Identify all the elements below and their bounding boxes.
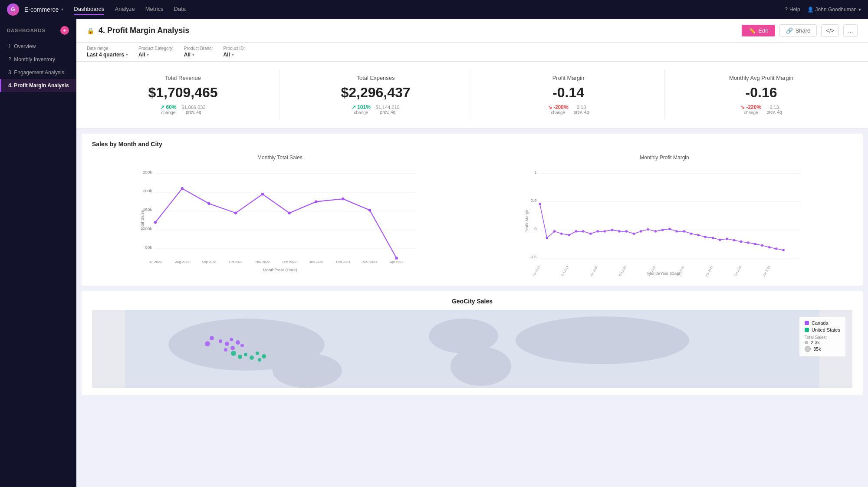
svg-point-95 <box>225 342 229 346</box>
metric-avg-prev-value: 0.13 <box>766 105 782 110</box>
size-small-circle <box>805 341 808 344</box>
nav-dashboards[interactable]: Dashboards <box>74 4 104 15</box>
more-button[interactable]: ... <box>843 24 858 37</box>
share-button[interactable]: 🔗 Share <box>779 24 817 37</box>
filter-bar: Date range Last 4 quarters ▾ Product Cat… <box>76 43 868 62</box>
svg-point-46 <box>575 230 577 232</box>
edit-button[interactable]: ✏️ Edit <box>742 25 775 36</box>
svg-text:Aug 2022: Aug 2022 <box>175 260 189 264</box>
nav-analyze[interactable]: Analyze <box>115 4 135 15</box>
svg-point-75 <box>782 249 784 251</box>
metric-expenses-change-group: 101% change <box>352 104 371 115</box>
svg-point-97 <box>236 340 240 345</box>
brand-caret-icon: ▾ <box>192 53 194 57</box>
metrics-row: Total Revenue $1,709,465 60% change $1,0… <box>76 62 868 128</box>
svg-point-93 <box>219 339 222 343</box>
edit-icon: ✏️ <box>749 27 756 34</box>
svg-point-90 <box>450 347 511 386</box>
svg-point-15 <box>261 193 264 196</box>
svg-text:Oct 2022: Oct 2022 <box>229 260 243 264</box>
svg-point-54 <box>633 233 635 235</box>
page-title-row: 🔒 4. Profit Margin Analysis <box>87 26 189 35</box>
app-dropdown-icon[interactable]: ▾ <box>61 7 63 12</box>
size-large-circle <box>805 346 811 352</box>
sidebar-item-overview[interactable]: 1. Overview <box>0 40 76 53</box>
sidebar-item-engagement[interactable]: 3. Engagement Analysis <box>0 66 76 79</box>
nav-items: Dashboards Analyze Metrics Data <box>74 4 785 15</box>
svg-point-66 <box>719 239 721 241</box>
svg-point-41 <box>539 203 541 205</box>
svg-point-72 <box>761 244 763 247</box>
top-nav: G E-commerce ▾ Dashboards Analyze Metric… <box>0 0 868 19</box>
svg-text:Apr 2019: Apr 2019 <box>532 265 541 277</box>
share-icon: 🔗 <box>786 27 793 34</box>
map-size-small: 2.3k <box>805 340 840 345</box>
svg-point-56 <box>647 228 649 230</box>
filter-brand-value[interactable]: All ▾ <box>184 52 213 58</box>
filter-category-value[interactable]: All ▾ <box>138 52 174 58</box>
page-title: 4. Profit Margin Analysis <box>99 26 189 35</box>
metric-total-revenue: Total Revenue $1,709,465 60% change $1,0… <box>87 70 279 119</box>
svg-point-55 <box>640 230 642 232</box>
filter-product-category: Product Category: All ▾ <box>138 46 174 58</box>
metric-expenses-change: 101% <box>352 104 371 110</box>
nav-user[interactable]: 👤 John Goodhuman ▾ <box>807 7 861 13</box>
svg-point-18 <box>342 197 345 201</box>
svg-point-65 <box>712 237 714 239</box>
map-area: Canada United States Total Sales: 2.3k 3… <box>92 310 852 388</box>
nav-data[interactable]: Data <box>174 4 186 15</box>
sidebar-item-profit-margin[interactable]: 4. Profit Margin Analysis <box>0 79 76 92</box>
map-section: GeoCity Sales <box>82 291 863 395</box>
lock-icon: 🔒 <box>87 27 94 34</box>
legend-us: United States <box>805 327 840 332</box>
filter-product-id: Product ID: All ▾ <box>223 46 245 58</box>
svg-point-69 <box>740 240 742 243</box>
metric-expenses-prev-label: prev. 4q <box>376 110 400 115</box>
map-size-large: 35k <box>805 346 840 352</box>
svg-point-53 <box>625 230 628 232</box>
canada-legend-label: Canada <box>812 320 829 326</box>
svg-point-47 <box>582 230 584 232</box>
svg-point-96 <box>230 338 233 341</box>
svg-text:Apr 2020: Apr 2020 <box>590 265 598 277</box>
sidebar-add-button[interactable]: + <box>60 26 69 35</box>
code-button[interactable]: </> <box>821 24 839 37</box>
svg-text:Profit Margin: Profit Margin <box>524 208 529 232</box>
metric-avg-value: -0.16 <box>674 85 849 101</box>
metric-avg-prev-label: prev. 4q <box>766 110 782 115</box>
world-map-svg <box>92 310 852 388</box>
svg-point-68 <box>733 239 735 241</box>
sidebar-item-monthly-inventory[interactable]: 2. Monthly Inventory <box>0 53 76 66</box>
main-layout: DASHBOARDS + 1. Overview 2. Monthly Inve… <box>0 19 868 487</box>
svg-point-67 <box>726 238 728 240</box>
metric-monthly-avg: Monthly Avg Profit Margin -0.16 -220% ch… <box>665 70 858 119</box>
filter-brand-label: Product Brand: <box>184 46 213 51</box>
metric-revenue-change: 60% <box>160 104 176 110</box>
metric-avg-change: -220% <box>740 104 761 110</box>
sales-section-title: Sales by Month and City <box>92 141 852 148</box>
nav-metrics[interactable]: Metrics <box>145 4 164 15</box>
svg-point-73 <box>768 246 770 248</box>
filter-id-label: Product ID: <box>223 46 245 51</box>
metric-margin-change-label: change <box>548 110 569 115</box>
sidebar-header: DASHBOARDS + <box>0 26 76 40</box>
metric-revenue-prev-group: $1,066,033 prev. 4q <box>181 105 205 115</box>
filter-id-value[interactable]: All ▾ <box>223 52 245 58</box>
profit-margin-title: Monthly Profit Margin <box>477 155 852 161</box>
metric-margin-prev-label: prev. 4q <box>574 110 589 115</box>
svg-point-16 <box>288 211 291 214</box>
svg-point-50 <box>604 230 606 232</box>
svg-point-107 <box>258 358 261 362</box>
svg-text:Oct 2020: Oct 2020 <box>618 265 627 277</box>
metric-avg-prev-group: 0.13 prev. 4q <box>766 105 782 115</box>
total-sales-svg: 250k 200k 150k 100k 50k Total Sales <box>92 164 468 277</box>
svg-point-64 <box>704 236 707 238</box>
svg-point-74 <box>775 247 777 250</box>
svg-point-49 <box>596 230 598 232</box>
svg-text:Oct 2022: Oct 2022 <box>733 265 742 277</box>
app-logo: G <box>7 3 19 16</box>
nav-help[interactable]: ? Help <box>785 7 800 13</box>
svg-text:Mar 2023: Mar 2023 <box>363 260 377 264</box>
sidebar: DASHBOARDS + 1. Overview 2. Monthly Inve… <box>0 19 76 487</box>
filter-date-value[interactable]: Last 4 quarters ▾ <box>87 52 128 58</box>
